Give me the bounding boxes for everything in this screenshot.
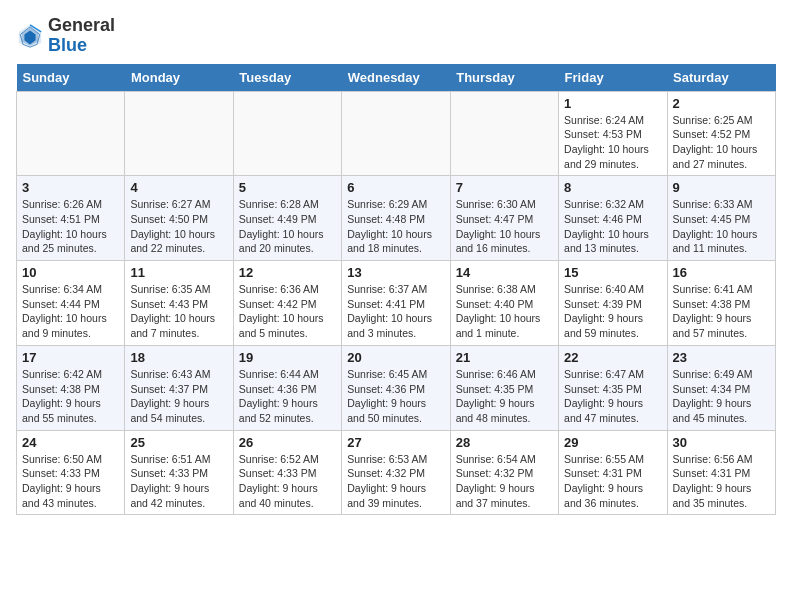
day-info: Sunrise: 6:44 AM Sunset: 4:36 PM Dayligh… [239,367,336,426]
calendar-cell: 12Sunrise: 6:36 AM Sunset: 4:42 PM Dayli… [233,261,341,346]
day-number: 29 [564,435,661,450]
day-number: 13 [347,265,444,280]
calendar-cell: 30Sunrise: 6:56 AM Sunset: 4:31 PM Dayli… [667,430,775,515]
calendar-cell: 5Sunrise: 6:28 AM Sunset: 4:49 PM Daylig… [233,176,341,261]
day-number: 5 [239,180,336,195]
day-number: 9 [673,180,770,195]
calendar-cell: 11Sunrise: 6:35 AM Sunset: 4:43 PM Dayli… [125,261,233,346]
day-number: 18 [130,350,227,365]
day-info: Sunrise: 6:51 AM Sunset: 4:33 PM Dayligh… [130,452,227,511]
day-number: 19 [239,350,336,365]
calendar-cell: 19Sunrise: 6:44 AM Sunset: 4:36 PM Dayli… [233,345,341,430]
calendar-week-1: 1Sunrise: 6:24 AM Sunset: 4:53 PM Daylig… [17,91,776,176]
calendar-cell [450,91,558,176]
day-number: 6 [347,180,444,195]
calendar-cell: 24Sunrise: 6:50 AM Sunset: 4:33 PM Dayli… [17,430,125,515]
calendar-cell: 4Sunrise: 6:27 AM Sunset: 4:50 PM Daylig… [125,176,233,261]
calendar-cell: 27Sunrise: 6:53 AM Sunset: 4:32 PM Dayli… [342,430,450,515]
calendar-week-4: 17Sunrise: 6:42 AM Sunset: 4:38 PM Dayli… [17,345,776,430]
weekday-header-wednesday: Wednesday [342,64,450,92]
day-info: Sunrise: 6:42 AM Sunset: 4:38 PM Dayligh… [22,367,119,426]
calendar-cell: 8Sunrise: 6:32 AM Sunset: 4:46 PM Daylig… [559,176,667,261]
calendar-cell [342,91,450,176]
weekday-header-thursday: Thursday [450,64,558,92]
day-number: 8 [564,180,661,195]
calendar-cell: 17Sunrise: 6:42 AM Sunset: 4:38 PM Dayli… [17,345,125,430]
day-info: Sunrise: 6:26 AM Sunset: 4:51 PM Dayligh… [22,197,119,256]
day-info: Sunrise: 6:52 AM Sunset: 4:33 PM Dayligh… [239,452,336,511]
day-info: Sunrise: 6:46 AM Sunset: 4:35 PM Dayligh… [456,367,553,426]
day-number: 1 [564,96,661,111]
day-info: Sunrise: 6:38 AM Sunset: 4:40 PM Dayligh… [456,282,553,341]
day-info: Sunrise: 6:43 AM Sunset: 4:37 PM Dayligh… [130,367,227,426]
day-number: 4 [130,180,227,195]
day-info: Sunrise: 6:30 AM Sunset: 4:47 PM Dayligh… [456,197,553,256]
day-info: Sunrise: 6:47 AM Sunset: 4:35 PM Dayligh… [564,367,661,426]
calendar-cell: 28Sunrise: 6:54 AM Sunset: 4:32 PM Dayli… [450,430,558,515]
weekday-header-sunday: Sunday [17,64,125,92]
logo: General Blue [16,16,115,56]
day-number: 28 [456,435,553,450]
calendar-cell: 21Sunrise: 6:46 AM Sunset: 4:35 PM Dayli… [450,345,558,430]
day-info: Sunrise: 6:25 AM Sunset: 4:52 PM Dayligh… [673,113,770,172]
calendar-cell [17,91,125,176]
weekday-header-friday: Friday [559,64,667,92]
day-info: Sunrise: 6:32 AM Sunset: 4:46 PM Dayligh… [564,197,661,256]
day-number: 24 [22,435,119,450]
day-number: 22 [564,350,661,365]
day-info: Sunrise: 6:34 AM Sunset: 4:44 PM Dayligh… [22,282,119,341]
day-number: 14 [456,265,553,280]
weekday-header-tuesday: Tuesday [233,64,341,92]
day-info: Sunrise: 6:33 AM Sunset: 4:45 PM Dayligh… [673,197,770,256]
calendar-cell: 10Sunrise: 6:34 AM Sunset: 4:44 PM Dayli… [17,261,125,346]
weekday-header-saturday: Saturday [667,64,775,92]
calendar-cell: 14Sunrise: 6:38 AM Sunset: 4:40 PM Dayli… [450,261,558,346]
calendar-cell: 2Sunrise: 6:25 AM Sunset: 4:52 PM Daylig… [667,91,775,176]
day-number: 11 [130,265,227,280]
calendar-table: SundayMondayTuesdayWednesdayThursdayFrid… [16,64,776,516]
calendar-cell: 15Sunrise: 6:40 AM Sunset: 4:39 PM Dayli… [559,261,667,346]
weekday-header-row: SundayMondayTuesdayWednesdayThursdayFrid… [17,64,776,92]
day-number: 30 [673,435,770,450]
weekday-header-monday: Monday [125,64,233,92]
day-number: 16 [673,265,770,280]
day-number: 10 [22,265,119,280]
logo-text: General Blue [48,16,115,56]
calendar-cell: 22Sunrise: 6:47 AM Sunset: 4:35 PM Dayli… [559,345,667,430]
day-number: 15 [564,265,661,280]
day-info: Sunrise: 6:55 AM Sunset: 4:31 PM Dayligh… [564,452,661,511]
day-info: Sunrise: 6:54 AM Sunset: 4:32 PM Dayligh… [456,452,553,511]
day-info: Sunrise: 6:27 AM Sunset: 4:50 PM Dayligh… [130,197,227,256]
day-number: 25 [130,435,227,450]
day-info: Sunrise: 6:37 AM Sunset: 4:41 PM Dayligh… [347,282,444,341]
day-number: 23 [673,350,770,365]
day-info: Sunrise: 6:53 AM Sunset: 4:32 PM Dayligh… [347,452,444,511]
day-info: Sunrise: 6:24 AM Sunset: 4:53 PM Dayligh… [564,113,661,172]
day-number: 27 [347,435,444,450]
day-number: 3 [22,180,119,195]
calendar-week-3: 10Sunrise: 6:34 AM Sunset: 4:44 PM Dayli… [17,261,776,346]
logo-icon [16,22,44,50]
day-info: Sunrise: 6:56 AM Sunset: 4:31 PM Dayligh… [673,452,770,511]
day-number: 2 [673,96,770,111]
day-info: Sunrise: 6:35 AM Sunset: 4:43 PM Dayligh… [130,282,227,341]
calendar-week-5: 24Sunrise: 6:50 AM Sunset: 4:33 PM Dayli… [17,430,776,515]
day-number: 17 [22,350,119,365]
day-number: 20 [347,350,444,365]
calendar-cell [125,91,233,176]
day-info: Sunrise: 6:40 AM Sunset: 4:39 PM Dayligh… [564,282,661,341]
calendar-cell: 1Sunrise: 6:24 AM Sunset: 4:53 PM Daylig… [559,91,667,176]
page-header: General Blue [16,16,776,56]
calendar-week-2: 3Sunrise: 6:26 AM Sunset: 4:51 PM Daylig… [17,176,776,261]
day-number: 7 [456,180,553,195]
calendar-cell: 20Sunrise: 6:45 AM Sunset: 4:36 PM Dayli… [342,345,450,430]
day-info: Sunrise: 6:28 AM Sunset: 4:49 PM Dayligh… [239,197,336,256]
day-info: Sunrise: 6:36 AM Sunset: 4:42 PM Dayligh… [239,282,336,341]
day-info: Sunrise: 6:41 AM Sunset: 4:38 PM Dayligh… [673,282,770,341]
day-info: Sunrise: 6:50 AM Sunset: 4:33 PM Dayligh… [22,452,119,511]
day-number: 21 [456,350,553,365]
calendar-cell: 18Sunrise: 6:43 AM Sunset: 4:37 PM Dayli… [125,345,233,430]
calendar-cell: 7Sunrise: 6:30 AM Sunset: 4:47 PM Daylig… [450,176,558,261]
calendar-cell: 16Sunrise: 6:41 AM Sunset: 4:38 PM Dayli… [667,261,775,346]
calendar-cell: 25Sunrise: 6:51 AM Sunset: 4:33 PM Dayli… [125,430,233,515]
